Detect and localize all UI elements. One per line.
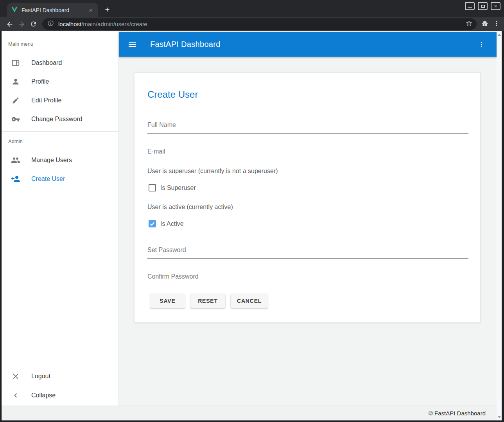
pencil-icon	[11, 96, 20, 105]
appbar-kebab-icon[interactable]	[476, 39, 487, 50]
person-add-icon	[11, 174, 20, 184]
maximize-button[interactable]	[478, 2, 488, 10]
confirm-password-input[interactable]: Confirm Password	[147, 272, 468, 285]
sidebar-item-create-user[interactable]: Create User	[2, 170, 118, 188]
address-bar[interactable]: localhost/main/admin/users/create	[42, 18, 477, 30]
back-button[interactable]	[4, 18, 16, 30]
sidebar-header-admin: Admin	[8, 138, 23, 144]
sidebar-item-manage-users[interactable]: Manage Users	[2, 151, 118, 170]
sidebar-item-profile[interactable]: Profile	[2, 72, 118, 91]
active-hint: User is active (currently active)	[147, 204, 233, 211]
is-active-checkbox[interactable]: Is Active	[149, 220, 184, 227]
create-user-card: Create User Full Name E-mail User is sup…	[134, 72, 481, 323]
sidebar-divider	[2, 131, 118, 132]
form-buttons: SAVE RESET CANCEL	[150, 294, 268, 308]
incognito-icon	[481, 19, 489, 29]
sidebar-item-collapse[interactable]: Collapse	[2, 386, 118, 405]
sidebar-item-dashboard[interactable]: Dashboard	[2, 54, 118, 72]
sidebar-item-edit-profile[interactable]: Edit Profile	[2, 91, 118, 110]
tab-close-icon[interactable]	[87, 7, 94, 14]
tab-title: FastAPI Dashboard	[22, 7, 87, 13]
browser-window: FastAPI Dashboard	[0, 0, 504, 422]
sidebar-item-logout[interactable]: Logout	[2, 367, 118, 386]
chevron-left-icon	[11, 391, 20, 400]
sidebar-item-change-password[interactable]: Change Password	[2, 110, 118, 129]
cancel-button[interactable]: CANCEL	[231, 294, 268, 308]
close-icon	[11, 372, 20, 381]
menu-icon[interactable]	[128, 40, 137, 49]
close-window-button[interactable]	[491, 2, 500, 10]
reload-button[interactable]	[27, 18, 39, 30]
email-input[interactable]: E-mail	[147, 147, 468, 160]
input-underline	[147, 285, 468, 285]
people-icon	[11, 156, 20, 165]
key-icon	[11, 114, 20, 124]
page-footer: © FastAPI Dashboard	[2, 406, 497, 420]
new-tab-button[interactable]	[102, 5, 113, 14]
appbar-title: FastAPI Dashboard	[150, 40, 221, 49]
reset-button[interactable]: RESET	[190, 294, 225, 308]
forward-button[interactable]	[16, 18, 27, 30]
footer-text: © FastAPI Dashboard	[429, 410, 486, 417]
page-viewport: Main menu Dashboard Profile Edit Profile	[2, 31, 497, 420]
page-scrollbar[interactable]	[497, 31, 502, 420]
scrollbar-up-icon[interactable]	[497, 34, 501, 36]
browser-tab[interactable]: FastAPI Dashboard	[7, 3, 98, 17]
dashboard-icon	[11, 58, 20, 68]
checkbox-icon[interactable]	[149, 184, 156, 191]
minimize-button[interactable]	[465, 2, 475, 10]
vue-logo-icon	[11, 7, 18, 14]
info-icon[interactable]	[47, 20, 54, 28]
url-text: localhost/main/admin/users/create	[58, 21, 465, 27]
is-superuser-checkbox[interactable]: Is Superuser	[149, 184, 196, 191]
scrollbar-down-icon[interactable]	[497, 416, 501, 418]
browser-menu-icon[interactable]	[493, 20, 500, 29]
input-underline	[147, 258, 468, 259]
sidebar-header-main-menu: Main menu	[8, 41, 33, 47]
bookmark-star-icon[interactable]	[465, 20, 473, 29]
input-underline	[147, 133, 468, 134]
set-password-input[interactable]: Set Password	[147, 245, 468, 259]
sidebar: Main menu Dashboard Profile Edit Profile	[2, 31, 119, 406]
app-bar: FastAPI Dashboard	[119, 32, 497, 57]
checkbox-icon[interactable]	[149, 220, 156, 227]
window-controls	[465, 2, 500, 10]
main-content: FastAPI Dashboard Create User Full Name …	[119, 31, 497, 406]
superuser-hint: User is superuser (currently is not a su…	[147, 168, 278, 175]
person-icon	[11, 77, 20, 86]
browser-toolbar: localhost/main/admin/users/create	[0, 17, 504, 31]
input-underline	[147, 160, 468, 160]
toolbar-right	[481, 19, 500, 29]
page-title: Create User	[147, 89, 198, 100]
full-name-input[interactable]: Full Name	[147, 120, 468, 134]
save-button[interactable]: SAVE	[150, 294, 185, 308]
tab-strip: FastAPI Dashboard	[0, 0, 504, 17]
